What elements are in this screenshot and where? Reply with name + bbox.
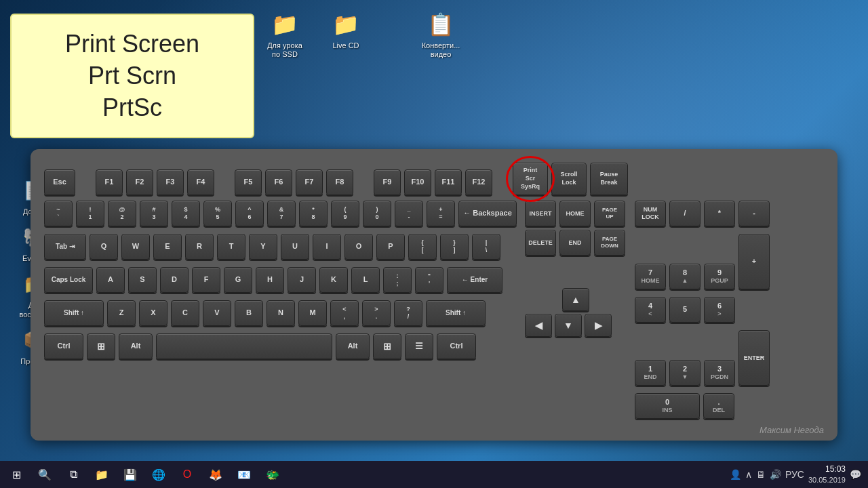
- key-num-6[interactable]: 6>: [704, 297, 735, 323]
- key-pause-break[interactable]: PauseBreak: [590, 163, 628, 195]
- file-explorer-button[interactable]: 📁: [88, 461, 115, 488]
- key-f6[interactable]: F6: [265, 169, 292, 195]
- key-equals[interactable]: +=: [427, 201, 455, 226]
- key-n[interactable]: N: [267, 300, 295, 326]
- key-h[interactable]: H: [256, 267, 284, 293]
- key-num-5[interactable]: 5: [669, 297, 701, 323]
- key-slash[interactable]: ?/: [394, 300, 422, 326]
- key-o[interactable]: O: [344, 234, 373, 260]
- desktop-icon-for-uroka[interactable]: 📁 Для урокапо SSD: [261, 10, 309, 59]
- key-g[interactable]: G: [224, 267, 252, 293]
- key-9[interactable]: (9: [331, 201, 359, 226]
- key-m[interactable]: M: [298, 300, 327, 326]
- key-end[interactable]: END: [559, 230, 591, 256]
- key-r[interactable]: R: [185, 234, 214, 260]
- key-f1[interactable]: F1: [96, 169, 123, 195]
- key-alt-right[interactable]: Alt: [336, 333, 370, 359]
- key-backslash[interactable]: |\: [472, 234, 500, 260]
- key-tilde[interactable]: ~`: [44, 201, 73, 226]
- key-q[interactable]: Q: [90, 234, 118, 260]
- key-w[interactable]: W: [121, 234, 150, 260]
- key-scroll-lock[interactable]: ScrollLock: [551, 163, 587, 195]
- key-num-enter[interactable]: ENTER: [738, 330, 770, 386]
- key-num-3[interactable]: 3PGDN: [704, 360, 735, 386]
- key-p[interactable]: P: [376, 234, 405, 260]
- arrow-icon[interactable]: ∧: [745, 469, 752, 480]
- key-f12[interactable]: F12: [465, 169, 492, 195]
- key-num-8[interactable]: 8▲: [669, 264, 701, 289]
- key-page-up[interactable]: PAGEUP: [594, 201, 625, 226]
- key-a[interactable]: A: [96, 267, 125, 293]
- key-esc[interactable]: Esc: [44, 169, 75, 195]
- key-delete[interactable]: DELETE: [525, 230, 556, 256]
- key-arrow-down[interactable]: ▼: [555, 314, 582, 337]
- key-num-0[interactable]: 0INS: [635, 393, 700, 419]
- key-l[interactable]: L: [351, 267, 380, 293]
- key-enter[interactable]: ← Enter: [447, 267, 502, 293]
- key-semicolon[interactable]: :;: [383, 267, 412, 293]
- key-win-left[interactable]: ⊞: [87, 333, 115, 359]
- key-bracket-l[interactable]: {[: [408, 234, 437, 260]
- key-print-screen[interactable]: PrintScrSysRq: [513, 163, 548, 195]
- key-8[interactable]: *8: [299, 201, 328, 226]
- key-tab[interactable]: Tab ⇥: [44, 234, 86, 260]
- key-bracket-r[interactable]: }]: [440, 234, 469, 260]
- key-f7[interactable]: F7: [296, 169, 323, 195]
- firefox-button[interactable]: 🦊: [202, 461, 229, 488]
- key-i[interactable]: I: [313, 234, 341, 260]
- key-win-right[interactable]: ⊞: [373, 333, 401, 359]
- key-home[interactable]: HOME: [559, 201, 591, 226]
- key-num-7[interactable]: 7HOME: [635, 264, 666, 289]
- key-backspace[interactable]: ← Backspace: [458, 201, 517, 226]
- key-f10[interactable]: F10: [404, 169, 431, 195]
- key-y[interactable]: Y: [249, 234, 277, 260]
- start-button[interactable]: ⊞: [3, 461, 30, 488]
- key-num-plus[interactable]: +: [738, 234, 770, 289]
- key-c[interactable]: C: [171, 300, 199, 326]
- opera-button[interactable]: O: [174, 461, 201, 488]
- key-ctrl-right[interactable]: Ctrl: [437, 333, 476, 359]
- key-j[interactable]: J: [288, 267, 316, 293]
- key-0[interactable]: )0: [363, 201, 391, 226]
- mail-button[interactable]: 📧: [231, 461, 258, 488]
- key-arrow-left[interactable]: ◀: [525, 314, 552, 337]
- app-button[interactable]: 🐲: [259, 461, 286, 488]
- key-u[interactable]: U: [281, 234, 309, 260]
- key-insert[interactable]: INSERT: [525, 201, 556, 226]
- key-f11[interactable]: F11: [435, 169, 462, 195]
- key-f[interactable]: F: [192, 267, 220, 293]
- key-period[interactable]: >.: [362, 300, 391, 326]
- key-num-1[interactable]: 1END: [635, 360, 666, 386]
- key-ctrl-left[interactable]: Ctrl: [44, 333, 83, 359]
- key-f2[interactable]: F2: [126, 169, 153, 195]
- save-button[interactable]: 💾: [117, 461, 144, 488]
- key-shift-left[interactable]: Shift ↑: [44, 300, 104, 326]
- key-quote[interactable]: "': [415, 267, 443, 293]
- key-k[interactable]: K: [319, 267, 348, 293]
- search-button[interactable]: 🔍: [31, 461, 58, 488]
- key-arrow-up[interactable]: ▲: [562, 288, 589, 311]
- notification-icon[interactable]: 💬: [850, 469, 861, 480]
- key-t[interactable]: T: [217, 234, 245, 260]
- key-4[interactable]: $4: [172, 201, 200, 226]
- key-v[interactable]: V: [203, 300, 231, 326]
- key-num-2[interactable]: 2▼: [669, 360, 701, 386]
- key-7[interactable]: &7: [267, 201, 296, 226]
- key-alt-left[interactable]: Alt: [119, 333, 153, 359]
- key-num-div[interactable]: /: [669, 201, 701, 226]
- key-f9[interactable]: F9: [374, 169, 401, 195]
- key-b[interactable]: B: [235, 300, 263, 326]
- key-arrow-right[interactable]: ▶: [585, 314, 612, 337]
- key-num-9[interactable]: 9PGUP: [704, 264, 735, 289]
- key-e[interactable]: E: [153, 234, 182, 260]
- key-comma[interactable]: <,: [330, 300, 359, 326]
- desktop-icon-live-cd[interactable]: 📁 Live CD: [322, 10, 370, 59]
- key-num-4[interactable]: 4<: [635, 297, 666, 323]
- task-view-button[interactable]: ⧉: [60, 461, 87, 488]
- key-x[interactable]: X: [139, 300, 167, 326]
- desktop-icon-convert[interactable]: 📋 Конверти...видео: [417, 10, 465, 59]
- key-z[interactable]: Z: [107, 300, 136, 326]
- key-s[interactable]: S: [128, 267, 157, 293]
- key-num-mul[interactable]: *: [704, 201, 735, 226]
- key-1[interactable]: !1: [76, 201, 104, 226]
